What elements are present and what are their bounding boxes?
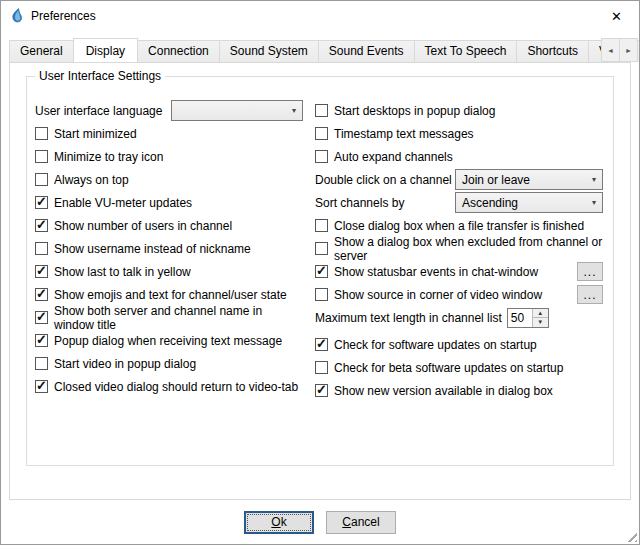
tab-scroll-left-icon[interactable]: ◄ [601, 38, 620, 62]
checkbox-label: Show number of users in channel [54, 219, 232, 233]
checkbox-start-minimized[interactable]: Start minimized [35, 122, 303, 145]
tab-sound-system[interactable]: Sound System [219, 40, 319, 62]
checkbox-box [315, 127, 328, 140]
language-label: User interface language [35, 104, 162, 118]
double-click-label: Double click on a channel [315, 173, 452, 187]
chevron-down-icon: ▾ [584, 175, 596, 184]
tab-scroller: ◄ ► [602, 38, 638, 62]
checkbox-new-version-dialog[interactable]: Show new version available in dialog box [315, 379, 603, 402]
window-title: Preferences [31, 9, 96, 23]
checkbox-popup-text-message[interactable]: Popup dialog when receiving text message [35, 329, 303, 352]
left-column: User interface language ▾ Start minimize… [35, 99, 303, 402]
display-tab-page: User Interface Settings User interface l… [9, 62, 631, 500]
checkbox-box [35, 219, 48, 232]
checkbox-label: Check for beta software updates on start… [334, 361, 563, 375]
close-icon[interactable]: ✕ [594, 1, 639, 31]
checkbox-box [35, 311, 48, 324]
max-text-length-value: 50 [508, 309, 532, 327]
checkbox-show-user-count[interactable]: Show number of users in channel [35, 214, 303, 237]
double-click-select[interactable]: Join or leave ▾ [455, 169, 603, 190]
max-text-length-row: Maximum text length in channel list 50 ▲… [315, 306, 603, 329]
ui-settings-group: User Interface Settings User interface l… [26, 76, 614, 466]
spin-up-icon[interactable]: ▲ [533, 309, 548, 319]
tab-connection[interactable]: Connection [137, 40, 220, 62]
spin-down-icon[interactable]: ▼ [533, 318, 548, 327]
tab-scroll-right-icon[interactable]: ► [619, 38, 638, 62]
checkbox-label: Always on top [54, 173, 129, 187]
language-row: User interface language ▾ [35, 99, 303, 122]
cancel-button[interactable]: Cancel [326, 511, 396, 534]
chevron-down-icon: ▾ [584, 198, 596, 207]
checkbox-video-source-corner[interactable]: Show source in corner of video window ..… [315, 283, 603, 306]
max-text-length-stepper[interactable]: 50 ▲ ▼ [507, 308, 549, 328]
checkbox-box [315, 384, 328, 397]
checkbox-label: Show username instead of nickname [54, 242, 251, 256]
max-text-length-label: Maximum text length in channel list [315, 311, 502, 325]
sort-channels-label: Sort channels by [315, 196, 404, 210]
chevron-down-icon: ▾ [284, 106, 296, 115]
checkbox-box [315, 219, 328, 232]
checkbox-box [315, 288, 328, 301]
checkbox-label: Enable VU-meter updates [54, 196, 192, 210]
checkbox-vu-meter[interactable]: Enable VU-meter updates [35, 191, 303, 214]
checkbox-desktops-popup[interactable]: Start desktops in popup dialog [315, 99, 603, 122]
checkbox-beta-updates[interactable]: Check for beta software updates on start… [315, 356, 603, 379]
checkbox-excluded-dialog[interactable]: Show a dialog box when excluded from cha… [315, 237, 603, 260]
checkbox-label: Show emojis and text for channel/user st… [54, 288, 287, 302]
checkbox-label: Start minimized [54, 127, 137, 141]
tab-bar: General Display Connection Sound System … [1, 31, 639, 62]
checkbox-box [35, 242, 48, 255]
checkbox-box [35, 173, 48, 186]
tab-display[interactable]: Display [73, 38, 138, 62]
checkbox-show-username[interactable]: Show username instead of nickname [35, 237, 303, 260]
checkbox-box [35, 288, 48, 301]
double-click-row: Double click on a channel Join or leave … [315, 168, 603, 191]
ok-label: O [271, 515, 280, 529]
checkbox-label: Check for software updates on startup [334, 338, 537, 352]
cancel-label-rest: ancel [351, 515, 380, 529]
language-select[interactable]: ▾ [171, 100, 303, 121]
video-source-more-button[interactable]: ... [577, 285, 603, 304]
checkbox-label: Show statusbar events in chat-window [334, 265, 538, 279]
checkbox-last-talk-yellow[interactable]: Show last to talk in yellow [35, 260, 303, 283]
ok-button[interactable]: Ok [244, 511, 314, 534]
preferences-dialog: Preferences ✕ General Display Connection… [0, 0, 640, 545]
checkbox-box [35, 380, 48, 393]
tab-sound-events[interactable]: Sound Events [318, 40, 415, 62]
checkbox-software-updates[interactable]: Check for software updates on startup [315, 333, 603, 356]
checkbox-label: Show both server and channel name in win… [54, 304, 303, 332]
checkbox-label: Closed video dialog should return to vid… [54, 380, 298, 394]
checkbox-label: Start video in popup dialog [54, 357, 196, 371]
tab-general[interactable]: General [9, 40, 74, 62]
checkbox-label: Show new version available in dialog box [334, 384, 553, 398]
checkbox-statusbar-events[interactable]: Show statusbar events in chat-window ... [315, 260, 603, 283]
tab-shortcuts[interactable]: Shortcuts [516, 40, 589, 62]
checkbox-video-return-tab[interactable]: Closed video dialog should return to vid… [35, 375, 303, 398]
checkbox-box [35, 334, 48, 347]
checkbox-label: Timestamp text messages [334, 127, 474, 141]
checkbox-label: Close dialog box when a file transfer is… [334, 219, 584, 233]
checkbox-label: Show a dialog box when excluded from cha… [334, 235, 603, 263]
titlebar[interactable]: Preferences ✕ [1, 1, 639, 31]
checkbox-auto-expand[interactable]: Auto expand channels [315, 145, 603, 168]
checkbox-video-popup[interactable]: Start video in popup dialog [35, 352, 303, 375]
checkbox-label: Minimize to tray icon [54, 150, 163, 164]
checkbox-box [315, 104, 328, 117]
checkbox-box [315, 242, 328, 255]
statusbar-more-button[interactable]: ... [577, 262, 603, 281]
checkbox-box [315, 361, 328, 374]
group-title: User Interface Settings [35, 69, 165, 83]
checkbox-minimize-to-tray[interactable]: Minimize to tray icon [35, 145, 303, 168]
checkbox-box [35, 357, 48, 370]
cancel-label: C [342, 515, 351, 529]
tab-text-to-speech[interactable]: Text To Speech [414, 40, 518, 62]
checkbox-box [35, 150, 48, 163]
checkbox-server-channel-title[interactable]: Show both server and channel name in win… [35, 306, 303, 329]
sort-channels-select[interactable]: Ascending ▾ [455, 192, 603, 213]
checkbox-label: Show last to talk in yellow [54, 265, 191, 279]
checkbox-timestamp-messages[interactable]: Timestamp text messages [315, 122, 603, 145]
checkbox-box [315, 338, 328, 351]
dialog-buttons: Ok Cancel [1, 500, 639, 544]
checkbox-always-on-top[interactable]: Always on top [35, 168, 303, 191]
checkbox-label: Show source in corner of video window [334, 288, 542, 302]
